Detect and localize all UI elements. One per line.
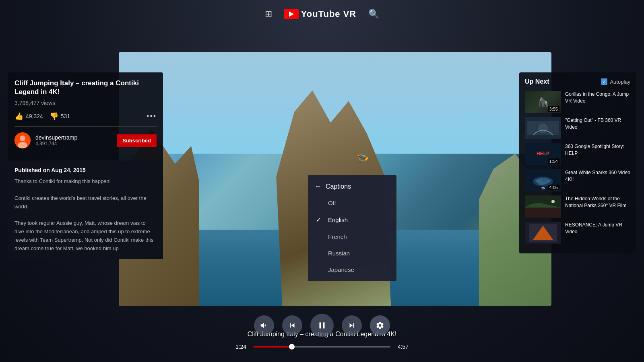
video-item-title-5: The Hidden Worlds of the National Parks …: [565, 195, 630, 209]
subscribe-button[interactable]: Subscribed: [117, 134, 157, 147]
svg-text:🦈: 🦈: [541, 186, 545, 190]
caption-off-label: Off: [328, 200, 336, 206]
video-item-5[interactable]: The Hidden Worlds of the National Parks …: [525, 195, 630, 218]
top-navigation: ⊞ YouTube VR 🔍: [0, 0, 644, 28]
view-count: 3,798,477 views: [14, 100, 157, 106]
published-date: Published on Aug 24, 2015: [14, 167, 157, 173]
video-item-info-4: Great White Sharks 360 Video 4K!!: [565, 169, 630, 191]
caption-english-label: English: [328, 216, 348, 223]
progress-knob[interactable]: [289, 344, 295, 350]
video-title: Cliff Jumping Italy – creating a Contiki…: [14, 79, 157, 97]
svg-text:HELP: HELP: [537, 151, 549, 156]
next-button[interactable]: [342, 315, 362, 335]
settings-button[interactable]: [370, 315, 390, 335]
video-info: Cliff Jumping Italy – creating a Contiki…: [8, 72, 163, 160]
search-icon[interactable]: 🔍: [368, 9, 379, 19]
video-item-info-1: Gorillas in the Congo: A Jump VR Video: [565, 91, 630, 113]
prev-button[interactable]: [282, 315, 302, 335]
youtube-icon: [284, 9, 299, 19]
thumbs-down-icon: 👎: [50, 112, 58, 121]
channel-name: devinsupertramp: [35, 134, 112, 141]
player-controls: 1:24 4:57: [234, 314, 410, 350]
progress-bar[interactable]: [254, 346, 390, 348]
description-section: Published on Aug 24, 2015 Thanks to Cont…: [8, 160, 163, 259]
svg-point-1: [20, 136, 25, 141]
svg-point-2: [18, 142, 27, 148]
captions-back-button[interactable]: ← Captions: [308, 178, 396, 195]
duration-3: 1:54: [548, 158, 559, 164]
channel-avatar: [14, 132, 31, 148]
control-buttons: [254, 314, 390, 337]
current-time: 1:24: [234, 343, 248, 350]
svg-rect-13: [525, 208, 561, 218]
video-item-3[interactable]: HELP 1:54 360 Google Spotlight Story: HE…: [525, 143, 630, 165]
autoplay-checkbox: ✓: [601, 78, 607, 85]
caption-japanese[interactable]: Japanese: [308, 261, 396, 278]
description-text: Thanks to Contiki for making this happen…: [14, 177, 157, 253]
youtube-logo[interactable]: YouTube VR: [284, 9, 357, 19]
video-thumb-5: [525, 195, 561, 218]
gorilla-icon: 🦍: [538, 97, 549, 107]
video-item-4[interactable]: 🦈 4:05 Great White Sharks 360 Video 4K!!: [525, 169, 630, 191]
video-item-title-2: "Getting Out" - FB 360 VR Video: [565, 117, 630, 131]
duration-4: 4:05: [548, 185, 559, 190]
caption-french[interactable]: French: [308, 228, 396, 245]
svg-point-14: [551, 200, 555, 203]
pause-button[interactable]: [310, 314, 334, 337]
caption-english[interactable]: ✓ English: [308, 211, 396, 228]
more-button[interactable]: •••: [147, 112, 157, 121]
progress-row: 1:24 4:57: [234, 343, 410, 350]
video-item-title-3: 360 Google Spotlight Story: HELP: [565, 143, 630, 157]
like-button[interactable]: 👍 49,324: [14, 112, 43, 121]
video-item-title-6: RESONANCE: A Jump VR Video: [565, 222, 630, 235]
video-thumb-3: HELP 1:54: [525, 143, 561, 165]
video-item-1[interactable]: 🦍 3:55 Gorillas in the Congo: A Jump VR …: [525, 91, 630, 113]
video-item-2[interactable]: "Getting Out" - FB 360 VR Video: [525, 117, 630, 139]
caption-japanese-label: Japanese: [328, 266, 354, 273]
progress-fill: [254, 346, 292, 348]
video-item-info-6: RESONANCE: A Jump VR Video: [565, 222, 630, 244]
video-thumb-2: [525, 117, 561, 139]
volume-button[interactable]: [254, 315, 274, 335]
captions-title: Captions: [326, 183, 351, 190]
autoplay-toggle[interactable]: ✓ Autoplay: [601, 78, 630, 85]
captions-menu: ← Captions Off ✓ English French Russian …: [308, 175, 396, 281]
video-item-info-2: "Getting Out" - FB 360 VR Video: [565, 117, 630, 139]
video-item-info-5: The Hidden Worlds of the National Parks …: [565, 195, 630, 218]
up-next-header: Up Next ✓ Autoplay: [525, 78, 630, 85]
caption-russian[interactable]: Russian: [308, 245, 396, 261]
video-thumb-1: 🦍 3:55: [525, 91, 561, 113]
autoplay-label: Autoplay: [610, 79, 630, 85]
svg-point-5: [538, 123, 548, 133]
left-panel: Cliff Jumping Italy – creating a Contiki…: [8, 72, 163, 259]
channel-info: devinsupertramp 4,391,744: [35, 134, 112, 146]
video-item-title-4: Great White Sharks 360 Video 4K!!: [565, 169, 630, 183]
total-time: 4:57: [396, 343, 410, 350]
video-item-info-3: 360 Google Spotlight Story: HELP: [565, 143, 630, 165]
play-triangle: [289, 11, 294, 17]
video-thumb-4: 🦈 4:05: [525, 169, 561, 191]
caption-russian-label: Russian: [328, 250, 350, 257]
svg-point-10: [541, 178, 547, 182]
caption-french-label: French: [328, 233, 347, 240]
right-panel: Up Next ✓ Autoplay 🦍 3:55 Gorillas in th…: [519, 72, 636, 253]
like-count: 49,324: [26, 113, 43, 119]
video-thumb-6: [525, 222, 561, 244]
thumbs-up-icon: 👍: [14, 112, 23, 121]
subscriber-count: 4,391,744: [35, 141, 112, 146]
caption-off[interactable]: Off: [308, 195, 396, 211]
dislike-button[interactable]: 👎 531: [50, 112, 70, 121]
channel-row: devinsupertramp 4,391,744 Subscribed: [14, 132, 157, 148]
dislike-count: 531: [61, 113, 70, 119]
up-next-title: Up Next: [525, 78, 549, 85]
check-english: ✓: [316, 216, 323, 224]
person-flying: 🪂: [357, 154, 369, 162]
video-item-6[interactable]: RESONANCE: A Jump VR Video: [525, 222, 630, 244]
youtube-text: YouTube VR: [301, 9, 357, 19]
back-arrow-icon: ←: [314, 182, 322, 191]
duration-1: 3:55: [548, 106, 559, 112]
grid-icon[interactable]: ⊞: [265, 9, 272, 19]
action-row: 👍 49,324 👎 531 •••: [14, 112, 157, 127]
video-item-title-1: Gorillas in the Congo: A Jump VR Video: [565, 91, 630, 105]
